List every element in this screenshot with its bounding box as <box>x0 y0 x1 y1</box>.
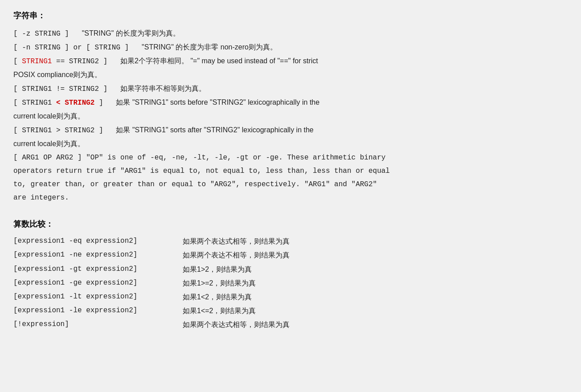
line-z-prefix: [ -z STRING ] <box>13 30 82 38</box>
line-ne-desc: 如果字符串不相等则为真。 <box>120 85 206 92</box>
arith-left-le: [expression1 -le expression2] <box>13 305 183 317</box>
line-n-string: [ -n STRING ] or [ STRING ] "STRING" 的长度… <box>13 41 568 54</box>
arith-left-lt: [expression1 -lt expression2] <box>13 291 183 303</box>
line-ne-string: [ STRING1 != STRING2 ] 如果字符串不相等则为真。 <box>13 82 568 95</box>
table-row: [expression1 -gt expression2] 如果1>2，则结果为… <box>13 263 568 275</box>
arith-left-eq: [expression1 -eq expression2] <box>13 235 183 247</box>
line-lt-string2: STRING2 ] <box>61 99 116 107</box>
line-eq-string: [ STRING1 == STRING2 ] 如果2个字符串相同。 "=" ma… <box>13 55 568 68</box>
table-row: [expression1 -ne expression2] 如果两个表达不相等，… <box>13 249 568 261</box>
arith-right-gt: 如果1>2，则结果为真 <box>183 263 252 275</box>
line-eq-string1: STRING1 <box>22 57 52 65</box>
arith-right-not: 如果两个表达式相等，则结果为真 <box>183 318 290 331</box>
arithmetic-title: 算数比较： <box>13 217 568 231</box>
line-lt-desc1: 如果 "STRING1" sorts before "STRING2" lexi… <box>116 98 319 106</box>
arith-right-lt: 如果1<2，则结果为真 <box>183 291 252 303</box>
arith-left-ge: [expression1 -ge expression2] <box>13 277 183 289</box>
line-gt-desc1: 如果 "STRING1" sorts after "STRING2" lexic… <box>116 126 313 134</box>
arithmetic-table: [expression1 -eq expression2] 如果两个表达式相等，… <box>13 235 568 331</box>
arith-right-le: 如果1<=2，则结果为真 <box>183 305 256 317</box>
table-row: [!expression] 如果两个表达式相等，则结果为真 <box>13 318 568 331</box>
line-arg-op3: to, greater than, or greater than or equ… <box>13 178 568 191</box>
arith-left-gt: [expression1 -gt expression2] <box>13 263 183 275</box>
table-row: [expression1 -eq expression2] 如果两个表达式相等，… <box>13 235 568 247</box>
line-gt-desc2: current locale则为真。 <box>13 140 85 147</box>
line-lt-desc2: current locale则为真。 <box>13 112 85 120</box>
line-eq-operator: == STRING2 ] <box>52 57 120 65</box>
line-arg-op2: operators return true if "ARG1" is equal… <box>13 165 568 177</box>
arith-left-not: [!expression] <box>13 318 183 331</box>
line-n-prefix: [ -n STRING ] or [ STRING ] <box>13 44 142 52</box>
line-gt-cont: current locale则为真。 <box>13 138 568 151</box>
table-row: [expression1 -lt expression2] 如果1<2，则结果为… <box>13 291 568 303</box>
arith-left-ne: [expression1 -ne expression2] <box>13 249 183 261</box>
line-arg-op1: [ ARG1 OP ARG2 ] "OP" is one of -eq, -ne… <box>13 151 568 164</box>
line-gt-prefix: [ STRING1 > STRING2 ] <box>13 127 116 135</box>
line-eq-desc1: 如果2个字符串相同。 "=" may be used instead of "=… <box>120 57 318 65</box>
arithmetic-section: 算数比较： [expression1 -eq expression2] 如果两个… <box>13 217 568 331</box>
line-ne-prefix: [ STRING1 != STRING2 ] <box>13 85 120 93</box>
line-arg-op4: are integers. <box>13 192 568 204</box>
arith-right-ne: 如果两个表达不相等，则结果为真 <box>183 249 290 261</box>
line-gt-string: [ STRING1 > STRING2 ] 如果 "STRING1" sorts… <box>13 124 568 137</box>
line-lt-string: [ STRING1 < STRING2 ] 如果 "STRING1" sorts… <box>13 96 568 109</box>
line-eq-bracket-open: [ <box>13 57 22 65</box>
strings-title: 字符串： <box>13 9 568 23</box>
arith-right-ge: 如果1>=2，则结果为真 <box>183 277 256 289</box>
arith-right-eq: 如果两个表达式相等，则结果为真 <box>183 235 290 247</box>
line-eq-desc2: POSIX compliance则为真。 <box>13 71 102 78</box>
table-row: [expression1 -le expression2] 如果1<=2，则结果… <box>13 305 568 317</box>
line-lt-op: < <box>56 99 61 107</box>
strings-section: 字符串： [ -z STRING ] "STRING" 的长度为零则为真。 [ … <box>13 9 568 204</box>
line-eq-cont: POSIX compliance则为真。 <box>13 69 568 82</box>
line-lt-cont: current locale则为真。 <box>13 110 568 123</box>
line-z-string: [ -z STRING ] "STRING" 的长度为零则为真。 <box>13 27 568 40</box>
line-z-desc: "STRING" 的长度为零则为真。 <box>82 29 180 37</box>
table-row: [expression1 -ge expression2] 如果1>=2，则结果… <box>13 277 568 289</box>
line-n-desc: "STRING" 的长度为非零 non-zero则为真。 <box>142 43 277 51</box>
line-lt-bracket: [ STRING1 <box>13 99 56 107</box>
